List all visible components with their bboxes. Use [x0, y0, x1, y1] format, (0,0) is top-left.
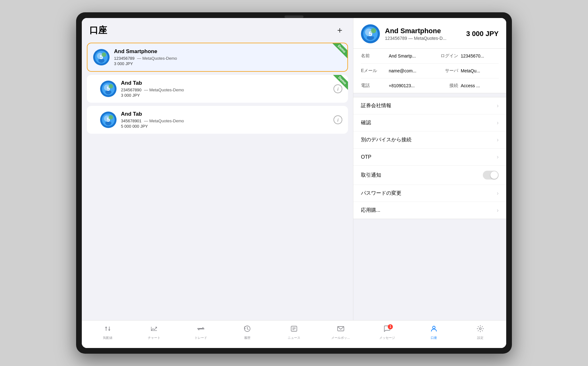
nav-label-trade: トレード: [195, 336, 207, 340]
account-icon-2: 5: [100, 81, 117, 97]
account-server-2: — MetaQuotes-Demo: [144, 88, 184, 92]
nav-label-mail: メールボッ...: [331, 336, 350, 340]
demo-badge-2: Demo: [330, 75, 348, 93]
nav-label-quotes: 気配値: [103, 336, 112, 340]
left-panel: 口座 + 5: [82, 18, 353, 320]
menu-item-company[interactable]: 証券会社情報 ›: [353, 97, 506, 114]
nav-item-trade[interactable]: トレード: [177, 325, 224, 340]
account-name-3: And Tab: [121, 111, 329, 117]
account-icon-3: 5: [100, 112, 117, 128]
account-details-1: 123456789 — MetaQuotes-Demo: [114, 56, 342, 61]
svg-point-4: [102, 52, 106, 57]
nav-item-quotes[interactable]: 気配値: [84, 325, 131, 340]
nav-label-settings: 設定: [477, 336, 483, 340]
info-value-server: MetaQu...: [461, 68, 499, 73]
account-icon-1: 5: [93, 49, 110, 65]
account-card-3[interactable]: 5 And Tab 345678901 — MetaQuotes-Demo 5 …: [87, 106, 348, 134]
info-label-name: 名前: [361, 53, 386, 59]
right-header-icon: 5: [361, 24, 380, 43]
account-name-2: And Tab: [121, 80, 329, 86]
svg-point-9: [109, 84, 113, 88]
accounts-icon: [430, 325, 438, 334]
menu-label-company: 証券会社情報: [361, 102, 391, 109]
info-value-phone: +81090123...: [389, 83, 430, 88]
settings-icon: [477, 325, 484, 334]
account-details-2: 234567890 — MetaQuotes-Demo: [121, 88, 329, 92]
accounts-list: 5 And Smartphone 123456789 — MetaQuotes-…: [82, 40, 353, 320]
nav-label-news: ニュース: [288, 336, 300, 340]
quotes-icon: [104, 325, 111, 334]
device-notch: [285, 15, 303, 18]
nav-label-accounts: 口座: [431, 336, 437, 340]
info-value-login: 12345670...: [461, 53, 499, 58]
nav-label-messages: メッセージ: [379, 336, 395, 340]
right-header-info: And Smartphone 123456789 — MetaQuotes-D.…: [385, 27, 461, 41]
demo-badge-1: Demo: [330, 43, 347, 61]
account-balance-2: 3 000 JPY: [121, 93, 329, 98]
page-title: 口座: [89, 24, 107, 36]
nav-item-settings[interactable]: 設定: [457, 325, 504, 340]
demo-badge-label-1: Demo: [333, 43, 347, 58]
menu-section: 証券会社情報 › 確認 › 別のデバイスから接続 › OTP ›: [353, 97, 506, 219]
account-number-1: 123456789: [114, 56, 135, 61]
right-panel: 5 And Smartphone 123456789 — MetaQuotes-…: [353, 18, 506, 320]
account-card-1[interactable]: 5 And Smartphone 123456789 — MetaQuotes-…: [87, 43, 348, 72]
chevron-icon-2: ›: [497, 137, 499, 143]
account-info-btn-3[interactable]: i: [333, 115, 342, 124]
info-label-server: サーバ: [433, 68, 458, 74]
device-frame: 口座 + 5: [76, 12, 512, 354]
screen: 口座 + 5: [82, 18, 506, 348]
svg-point-19: [371, 28, 376, 33]
menu-item-app-purchase[interactable]: 応用購... ›: [353, 202, 506, 219]
nav-item-history[interactable]: 履歴: [224, 325, 271, 340]
menu-label-connect-device: 別のデバイスから接続: [361, 137, 411, 143]
menu-label-confirm: 確認: [361, 119, 371, 126]
chevron-icon-0: ›: [497, 102, 499, 109]
info-label-connection: 接続: [433, 83, 458, 88]
info-row-2: 電話 +81090123... 接続 Access ...: [361, 78, 499, 93]
nav-item-charts[interactable]: チャート: [131, 325, 178, 340]
chevron-icon-5: ›: [497, 190, 499, 197]
account-info-grid: 名前 And Smartp... ログイン 12345670... Eメール n…: [353, 49, 506, 93]
account-balance-3: 5 000 000 JPY: [121, 124, 329, 129]
right-account-sub: 123456789 — MetaQuotes-D...: [385, 36, 461, 41]
history-icon: [243, 325, 251, 334]
add-account-button[interactable]: +: [334, 25, 345, 36]
nav-label-charts: チャート: [148, 336, 160, 340]
info-row-1: Eメール name@com... サーバ MetaQu...: [361, 64, 499, 78]
menu-label-app-purchase: 応用購...: [361, 207, 380, 214]
info-value-name: And Smartp...: [389, 53, 430, 58]
nav-item-accounts[interactable]: 口座: [411, 325, 457, 340]
nav-label-history: 履歴: [244, 336, 250, 340]
account-server-3: — MetaQuotes-Demo: [144, 119, 184, 123]
menu-label-password: パスワードの変更: [361, 190, 401, 197]
nav-item-mail[interactable]: メールボッ...: [317, 325, 364, 340]
menu-item-confirm[interactable]: 確認 ›: [353, 114, 506, 131]
info-label-login: ログイン: [433, 53, 458, 59]
mail-icon: [337, 325, 345, 334]
notifications-toggle[interactable]: [483, 171, 499, 180]
menu-item-connect-device[interactable]: 別のデバイスから接続 ›: [353, 131, 506, 149]
menu-item-notifications[interactable]: 取引通知: [353, 166, 506, 185]
chevron-icon-3: ›: [497, 154, 499, 160]
account-number-3: 345678901: [121, 119, 141, 123]
account-details-3: 345678901 — MetaQuotes-Demo: [121, 119, 329, 123]
bottom-nav: 気配値 チャート: [82, 320, 506, 348]
svg-point-29: [479, 328, 481, 330]
menu-label-otp: OTP: [361, 154, 371, 160]
menu-item-password[interactable]: パスワードの変更 ›: [353, 185, 506, 202]
demo-badge-label-2: Demo: [333, 75, 348, 90]
menu-label-notifications: 取引通知: [361, 172, 381, 179]
account-card-2[interactable]: 5 And Tab 234567890 — MetaQuotes-Demo 3 …: [87, 75, 348, 103]
news-icon: [290, 325, 298, 334]
info-label-email: Eメール: [361, 68, 386, 74]
left-header: 口座 +: [82, 18, 353, 40]
account-name-1: And Smartphone: [114, 48, 342, 55]
nav-item-messages[interactable]: 1 メッセージ: [364, 325, 411, 340]
account-number-2: 234567890: [121, 88, 141, 92]
menu-item-otp[interactable]: OTP ›: [353, 149, 506, 166]
info-value-email: name@com...: [389, 68, 430, 73]
account-info-1: And Smartphone 123456789 — MetaQuotes-De…: [114, 48, 342, 66]
right-account-balance: 3 000 JPY: [466, 30, 499, 38]
nav-item-news[interactable]: ニュース: [271, 325, 317, 340]
